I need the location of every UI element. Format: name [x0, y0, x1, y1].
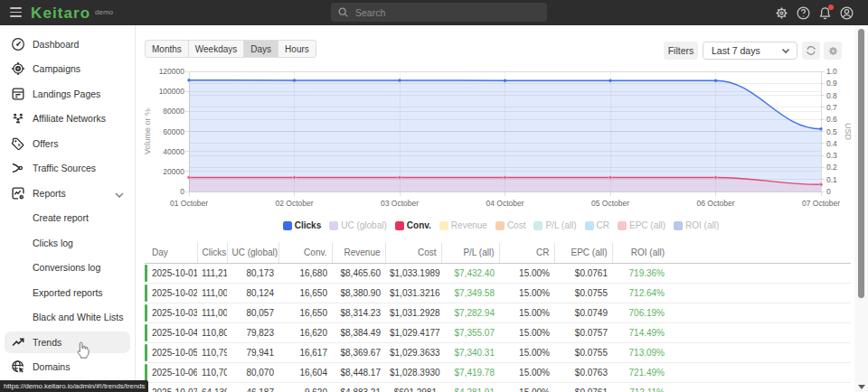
tab-hours[interactable]: Hours: [278, 41, 316, 57]
column-header-conv-[interactable]: Conv.: [278, 243, 332, 263]
sidebar-item-offers[interactable]: sOffers: [5, 131, 130, 156]
refresh-button[interactable]: [802, 42, 820, 60]
scrollbar-thumb[interactable]: [858, 29, 864, 298]
sidebar-item-domains[interactable]: Domains: [5, 355, 130, 380]
cell-filler: [669, 322, 851, 342]
scrollbar-down-arrow[interactable]: [858, 385, 865, 389]
cell-roi: 706.19%: [612, 303, 669, 322]
cell-roi: 721.49%: [612, 362, 669, 382]
filters-button[interactable]: Filters: [664, 42, 698, 60]
sidebar-item-black-and-white-lists[interactable]: Black and White Lists: [5, 305, 130, 331]
table-row[interactable]: 2025-10-01111,21580,17316,680$8,465.60$1…: [145, 263, 851, 283]
search-icon: [337, 6, 349, 18]
sidebar-item-clicks-log[interactable]: Clicks log: [5, 230, 130, 256]
cell-cost: $601.2981: [385, 382, 441, 392]
table-row[interactable]: 2025-10-03111,00480,05716,650$8,314.23$1…: [145, 303, 851, 322]
legend-item-roi-all-[interactable]: ROI (all): [674, 220, 719, 230]
legend-item-p-l-all-[interactable]: P/L (all): [533, 220, 576, 230]
settings-icon[interactable]: [774, 5, 789, 21]
sidebar-item-label: Campaigns: [33, 63, 80, 74]
table-row[interactable]: 2025-10-06110,70280,07016,604$8,448.17$1…: [145, 362, 851, 382]
legend-item-uc-global-[interactable]: UC (global): [329, 220, 387, 230]
column-header-day[interactable]: Day: [145, 243, 197, 263]
search-input[interactable]: Search: [331, 3, 547, 22]
trends-chart[interactable]: 02000040000600008000010000012000000.10.2…: [141, 65, 855, 217]
account-icon[interactable]: [839, 5, 854, 21]
tab-weekdays[interactable]: Weekdays: [189, 41, 245, 57]
cell-filler: [669, 362, 851, 382]
legend-item-cost[interactable]: Cost: [495, 220, 526, 230]
menu-icon[interactable]: [10, 7, 22, 17]
cell-pl: $7,419.78: [441, 362, 499, 382]
column-header-filler[interactable]: [669, 243, 851, 263]
cell-uc: 80,070: [227, 362, 278, 382]
trends-table: DayClicksUC (global)Conv.RevenueCostP/L …: [145, 243, 851, 392]
x-axis-tick-label: 07 October: [802, 199, 840, 208]
tab-days[interactable]: Days: [244, 41, 278, 57]
series-area-conv: [189, 177, 821, 191]
sidebar-item-campaigns[interactable]: Campaigns: [5, 57, 130, 82]
cell-clicks: 111,004: [197, 303, 227, 322]
cell-pl: $7,349.58: [441, 283, 499, 303]
column-header-cost[interactable]: Cost: [385, 243, 441, 263]
legend-swatch: [495, 221, 505, 230]
legend-label: Clicks: [295, 220, 321, 230]
legend-item-cr[interactable]: CR: [585, 220, 609, 230]
logo[interactable]: Keitaro: [31, 5, 90, 23]
column-header-revenue[interactable]: Revenue: [332, 243, 385, 263]
sidebar-item-exported-reports[interactable]: Exported reports: [5, 280, 130, 305]
column-header-epc-all-[interactable]: EPC (all): [554, 243, 612, 263]
column-header-clicks[interactable]: Clicks: [197, 243, 227, 263]
cell-cr: 15.00%: [499, 322, 554, 342]
x-axis-tick-label: 01 October: [170, 199, 208, 208]
sidebar-item-reports[interactable]: Reports: [5, 181, 130, 206]
cell-uc: 80,057: [227, 303, 278, 322]
sidebar-item-create-report[interactable]: Create report: [5, 206, 130, 231]
cell-day: 2025-10-06: [145, 362, 197, 382]
legend-item-epc-all-[interactable]: EPC (all): [618, 220, 665, 230]
cell-roi: 712.11%: [612, 382, 669, 392]
legend-label: CR: [597, 220, 609, 230]
right-axis-tick-label: 0.4: [826, 139, 837, 148]
table-row[interactable]: 2025-10-0764,13946,1879,620$4,883.21$601…: [145, 382, 851, 392]
cell-cr: 15.00%: [499, 303, 554, 322]
tab-months[interactable]: Months: [146, 41, 189, 57]
cell-cr: 15.00%: [499, 263, 554, 283]
period-select[interactable]: Last 7 days: [703, 42, 797, 60]
cell-conv: 9,620: [278, 382, 332, 392]
data-point-clicks: [609, 79, 611, 82]
cell-cost: $1,031.2928: [385, 303, 441, 322]
x-axis-tick-label: 06 October: [696, 199, 734, 208]
table-row[interactable]: 2025-10-05110,79479,94116,617$8,369.67$1…: [145, 342, 851, 362]
table-header-row: DayClicksUC (global)Conv.RevenueCostP/L …: [145, 243, 851, 263]
column-header-uc-global-[interactable]: UC (global): [227, 243, 278, 263]
legend-item-revenue[interactable]: Revenue: [439, 220, 487, 230]
sidebar-item-traffic-sources[interactable]: Traffic Sources: [5, 156, 130, 182]
column-header-cr[interactable]: CR: [499, 243, 554, 263]
table-row[interactable]: 2025-10-04110,80179,82316,620$8,384.49$1…: [145, 322, 851, 342]
chart-settings-button[interactable]: [824, 42, 842, 60]
sidebar-item-label: Exported reports: [33, 287, 103, 298]
column-header-p-l-all-[interactable]: P/L (all): [441, 243, 499, 263]
sidebar-item-landings-pages[interactable]: Landings Pages: [5, 81, 130, 107]
legend-item-conv-[interactable]: Conv.: [395, 220, 431, 230]
cell-cost: $1,031.3216: [385, 283, 441, 303]
table-row[interactable]: 2025-10-02111,00280,12416,650$8,380.90$1…: [145, 283, 851, 303]
data-point-clicks: [187, 79, 190, 81]
data-point-clicks: [714, 79, 717, 82]
svg-text:s: s: [17, 142, 20, 147]
scrollbar: [854, 25, 868, 392]
cell-cr: 15.00%: [499, 342, 554, 362]
legend-item-clicks[interactable]: Clicks: [283, 220, 321, 230]
sidebar-item-dashboard[interactable]: Dashboard: [5, 32, 130, 57]
sidebar-item-conversions-log[interactable]: Conversions log: [5, 256, 130, 281]
sidebar-item-affiliate-networks[interactable]: Affiliate Networks: [5, 107, 130, 132]
column-header-roi-all-[interactable]: ROI (all): [612, 243, 669, 263]
data-point-conv: [504, 176, 506, 179]
notifications-icon[interactable]: [817, 5, 833, 21]
data-point-conv: [819, 183, 822, 186]
cell-pl: $4,281.91: [441, 382, 499, 392]
cell-roi: 712.64%: [612, 283, 669, 303]
help-icon[interactable]: [796, 5, 811, 21]
sidebar-item-trends[interactable]: Trends: [5, 330, 130, 355]
